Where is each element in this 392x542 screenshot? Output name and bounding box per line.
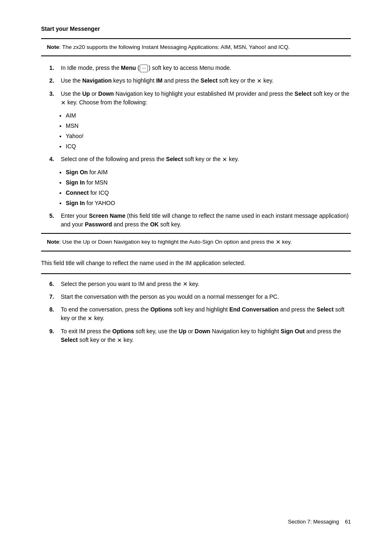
bullet-sign-on-aim: Sign On for AIM [66,168,351,177]
step-6-num: 6. [49,280,61,288]
step-3-bold-select: Select [295,90,311,97]
step-1-num: 1. [49,64,61,72]
step-5-bold-password: Password [85,221,112,228]
step-3-content: Use the Up or Down Navigation key to hig… [61,90,351,107]
bullet-bold-sign-in-yahoo: Sign In [66,200,85,206]
step-5-bold-ok: OK [150,221,159,228]
step-6: 6. Select the person you want to IM and … [41,280,351,289]
step-9-bold-options: Options [112,328,134,334]
step-3-bold-down: Down [98,90,114,97]
bullet-icq: ICQ [66,142,351,151]
steps-list-5: 5. Enter your Screen Name (this field ti… [41,212,351,229]
page-content: Start your Messenger Note: The zx20 supp… [0,0,392,542]
step-8-bold-select: Select [317,306,334,313]
step-3-bold-up: Up [82,90,90,97]
bullet-bold-connect: Connect [66,189,89,196]
note-box-2: Note: Use the Up or Down Navigation key … [41,233,351,251]
step-8-bold-end-conv: End Conversation [229,306,279,313]
step-9-content: To exit IM press the Options soft key, u… [61,327,351,345]
step-7: 7. Start the conversation with the perso… [41,293,351,301]
step-2-num: 2. [49,76,61,85]
step-3: 3. Use the Up or Down Navigation key to … [41,90,351,107]
step-4-num: 4. [49,155,61,164]
step-1-bold-menu: Menu [121,65,136,71]
plain-text-field-title: This field title will change to reflect … [41,259,351,268]
note-label-1: Note [47,44,59,50]
step-4-content: Select one of the following and press th… [61,155,351,164]
step-9-num: 9. [49,327,61,336]
step-4-bold-select: Select [166,156,183,162]
note-text-2a: : Use the Up or Down Navigation key to h… [59,239,276,245]
step-8-content: To end the conversation, press the Optio… [61,305,351,323]
step-3-num: 3. [49,90,61,98]
bullet-msn: MSN [66,122,351,130]
step-2-content: Use the Navigation keys to highlight IM … [61,76,351,85]
step-1: 1. In Idle mode, press the Menu (···) so… [41,64,351,72]
step-8: 8. To end the conversation, press the Op… [41,305,351,323]
step-9-bold-sign-out: Sign Out [281,328,304,334]
section-title: Start your Messenger [41,25,351,33]
bullet-connect-icq: Connect for ICQ [66,189,351,197]
step-9-bold-down: Down [195,328,210,334]
steps-list-4: 4. Select one of the following and press… [41,155,351,164]
note-box-1: Note: The zx20 supports the following In… [41,38,351,56]
bullet-list-1: AIM MSN Yahoo! ICQ [41,111,351,151]
bullet-aim: AIM [66,111,351,120]
page-footer: Section 7: Messaging 61 [288,518,351,526]
lower-steps-container: 6. Select the person you want to IM and … [41,273,351,345]
step-5-content: Enter your Screen Name (this field title… [61,212,351,229]
note-text-2b: key. [281,239,292,245]
step-9-bold-select: Select [61,337,78,343]
bullet-list-2: Sign On for AIM Sign In for MSN Connect … [41,168,351,208]
cross-key-9: ✕ [117,336,122,345]
bullet-bold-sign-in-msn: Sign In [66,179,85,186]
steps-list-lower: 6. Select the person you want to IM and … [41,280,351,345]
footer-page-num: 61 [345,519,351,525]
step-5-num: 5. [49,212,61,220]
step-2-bold-nav: Navigation [82,77,112,84]
step-9: 9. To exit IM press the Options soft key… [41,327,351,345]
step-8-num: 8. [49,305,61,314]
cross-key-3: ✕ [61,99,66,107]
bullet-sign-in-yahoo: Sign In for YAHOO [66,199,351,208]
footer-section: Section 7: Messaging [288,519,339,525]
step-7-content: Start the conversation with the person a… [61,293,351,301]
step-7-num: 7. [49,293,61,301]
cross-key-6: ✕ [183,280,188,288]
note-label-2: Note [47,239,59,245]
bullet-sign-in-msn: Sign In for MSN [66,178,351,187]
step-9-bold-up: Up [179,328,187,334]
step-2-bold-select: Select [201,77,217,84]
step-8-bold-options: Options [150,306,172,313]
step-6-content: Select the person you want to IM and pre… [61,280,351,289]
step-4: 4. Select one of the following and press… [41,155,351,164]
cross-key-4: ✕ [222,155,227,164]
bullet-yahoo: Yahoo! [66,132,351,141]
step-5-bold-screen-name: Screen Name [89,212,125,219]
step-2: 2. Use the Navigation keys to highlight … [41,76,351,85]
bullet-bold-sign-on: Sign On [66,169,88,175]
cross-key-8: ✕ [88,314,92,323]
cross-key-note2: ✕ [276,238,281,247]
menu-icon: ··· [140,65,148,72]
note-text-1: : The zx20 supports the following Instan… [59,44,290,50]
step-2-bold-im: IM [156,77,163,84]
step-5: 5. Enter your Screen Name (this field ti… [41,212,351,229]
steps-list-upper: 1. In Idle mode, press the Menu (···) so… [41,64,351,107]
cross-key-2: ✕ [257,77,262,85]
step-1-content: In Idle mode, press the Menu (···) soft … [61,64,351,72]
